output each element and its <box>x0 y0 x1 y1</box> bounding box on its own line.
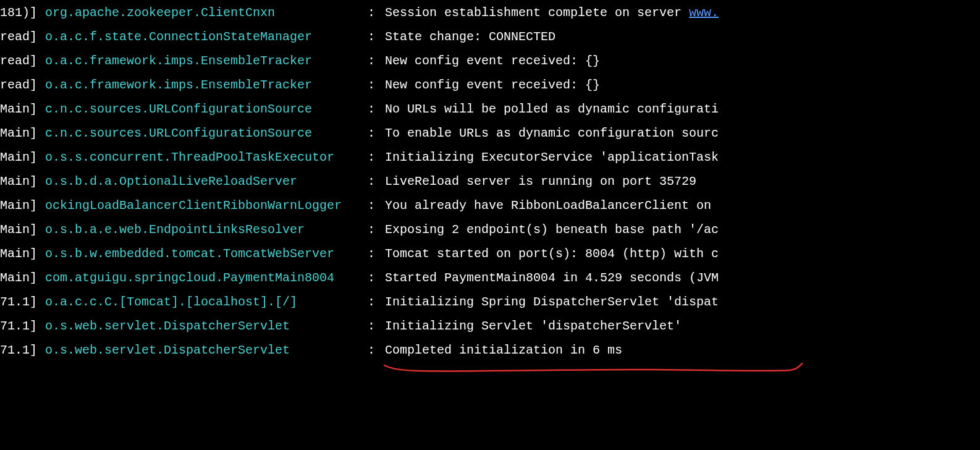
log-logger: c.n.c.sources.URLConfigurationSource <box>40 98 368 121</box>
log-thread: read] <box>0 49 40 73</box>
log-line: read] o.a.c.framework.imps.EnsembleTrack… <box>0 49 980 74</box>
log-separator: : <box>368 49 385 73</box>
log-logger: o.s.web.servlet.DispatcherServlet <box>40 339 368 362</box>
log-separator: : <box>368 98 385 121</box>
log-message: You already have RibbonLoadBalancerClien… <box>385 194 711 218</box>
log-thread: Main] <box>0 122 40 145</box>
log-logger: com.atguigu.springcloud.PaymentMain8004 <box>40 266 368 290</box>
console-log-output: 181)] org.apache.zookeeper.ClientCnxn : … <box>0 1 980 363</box>
log-message: To enable URLs as dynamic configuration … <box>385 122 719 145</box>
log-thread: Main] <box>0 218 40 242</box>
log-line: Main] o.s.b.d.a.OptionalLiveReloadServer… <box>0 170 980 194</box>
log-thread: 71.1] <box>0 315 40 338</box>
log-logger: ockingLoadBalancerClientRibbonWarnLogger <box>40 194 368 218</box>
log-line: Main] c.n.c.sources.URLConfigurationSour… <box>0 98 980 122</box>
log-message: Initializing ExecutorService 'applicatio… <box>385 146 719 169</box>
log-logger: o.a.c.framework.imps.EnsembleTracker <box>40 74 368 97</box>
log-message: Initializing Spring DispatcherServlet 'd… <box>385 291 719 314</box>
log-message: LiveReload server is running on port 357… <box>385 170 696 193</box>
log-line: read] o.a.c.framework.imps.EnsembleTrack… <box>0 74 980 98</box>
log-thread: Main] <box>0 266 40 290</box>
log-separator: : <box>368 122 385 145</box>
log-line: 71.1] o.a.c.c.C.[Tomcat].[localhost].[/]… <box>0 291 980 315</box>
log-line: Main] o.s.b.w.embedded.tomcat.TomcatWebS… <box>0 242 980 266</box>
log-logger: org.apache.zookeeper.ClientCnxn <box>40 1 368 25</box>
log-message: Initializing Servlet 'dispatcherServlet' <box>385 315 682 338</box>
log-thread: Main] <box>0 98 40 121</box>
log-thread: read] <box>0 25 40 49</box>
log-thread: 71.1] <box>0 291 40 314</box>
log-logger: o.s.b.d.a.OptionalLiveReloadServer <box>40 170 368 193</box>
log-thread: 181)] <box>0 1 40 25</box>
log-message-text: Session establishment complete on server <box>385 6 689 20</box>
log-line: Main] c.n.c.sources.URLConfigurationSour… <box>0 122 980 146</box>
log-thread: Main] <box>0 242 40 266</box>
log-separator: : <box>368 315 385 338</box>
log-line: Main] com.atguigu.springcloud.PaymentMai… <box>0 266 980 291</box>
log-line: read] o.a.c.f.state.ConnectionStateManag… <box>0 25 980 49</box>
log-thread: Main] <box>0 146 40 169</box>
log-separator: : <box>368 74 385 97</box>
log-message: Tomcat started on port(s): 8004 (http) w… <box>385 242 719 266</box>
log-separator: : <box>368 146 385 169</box>
log-thread: read] <box>0 74 40 97</box>
log-separator: : <box>368 1 385 25</box>
log-logger: o.s.b.w.embedded.tomcat.TomcatWebServer <box>40 242 368 266</box>
server-link[interactable]: www. <box>689 6 719 20</box>
log-message: New config event received: {} <box>385 74 600 97</box>
log-separator: : <box>368 242 385 266</box>
log-separator: : <box>368 339 385 362</box>
log-message: State change: CONNECTED <box>385 25 555 49</box>
log-separator: : <box>368 170 385 193</box>
log-logger: o.a.c.c.C.[Tomcat].[localhost].[/] <box>40 291 368 314</box>
log-thread: 71.1] <box>0 339 40 362</box>
log-separator: : <box>368 266 385 290</box>
log-separator: : <box>368 218 385 242</box>
log-line: Main] o.s.b.a.e.web.EndpointLinksResolve… <box>0 218 980 242</box>
log-line: 71.1] o.s.web.servlet.DispatcherServlet … <box>0 315 980 339</box>
log-logger: o.a.c.framework.imps.EnsembleTracker <box>40 49 368 73</box>
log-line: Main] o.s.s.concurrent.ThreadPoolTaskExe… <box>0 146 980 170</box>
log-message: New config event received: {} <box>385 49 600 73</box>
log-logger: o.s.b.a.e.web.EndpointLinksResolver <box>40 218 368 242</box>
log-line: 71.1] o.s.web.servlet.DispatcherServlet … <box>0 339 980 363</box>
log-line: 181)] org.apache.zookeeper.ClientCnxn : … <box>0 1 980 25</box>
log-message: Exposing 2 endpoint(s) beneath base path… <box>385 218 719 242</box>
log-thread: Main] <box>0 194 40 218</box>
log-logger: o.a.c.f.state.ConnectionStateManager <box>40 25 368 49</box>
log-logger: o.s.web.servlet.DispatcherServlet <box>40 315 368 338</box>
hand-drawn-underline-annotation <box>383 362 803 380</box>
log-message: No URLs will be polled as dynamic config… <box>385 98 719 121</box>
log-separator: : <box>368 194 385 218</box>
log-line: Main] ockingLoadBalancerClientRibbonWarn… <box>0 194 980 218</box>
log-separator: : <box>368 25 385 49</box>
log-separator: : <box>368 291 385 314</box>
log-logger: c.n.c.sources.URLConfigurationSource <box>40 122 368 145</box>
log-message: Started PaymentMain8004 in 4.529 seconds… <box>385 266 719 290</box>
log-logger: o.s.s.concurrent.ThreadPoolTaskExecutor <box>40 146 368 169</box>
log-message: Completed initialization in 6 ms <box>385 339 622 362</box>
log-thread: Main] <box>0 170 40 193</box>
log-message: Session establishment complete on server… <box>385 1 719 25</box>
